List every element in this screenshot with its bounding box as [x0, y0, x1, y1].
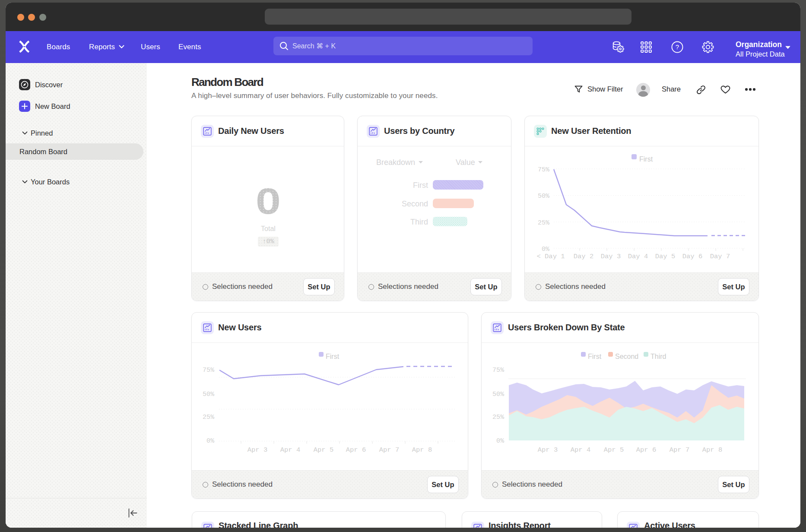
svg-text:Apr 7: Apr 7	[670, 446, 690, 454]
svg-text:Second: Second	[615, 353, 638, 360]
svg-text:Apr 4: Apr 4	[280, 446, 301, 454]
svg-text:75%: 75%	[203, 367, 215, 374]
svg-text:75%: 75%	[492, 367, 505, 374]
svg-text:Apr 6: Apr 6	[636, 446, 657, 454]
svg-text:Third: Third	[651, 353, 666, 360]
svg-text:Day 3: Day 3	[601, 253, 621, 260]
svg-text:Apr 4: Apr 4	[571, 446, 591, 454]
svg-text:Day 6: Day 6	[682, 253, 703, 260]
svg-text:25%: 25%	[492, 414, 505, 421]
svg-text:50%: 50%	[538, 193, 550, 200]
svg-text:Apr 8: Apr 8	[412, 446, 432, 454]
svg-text:Apr 5: Apr 5	[604, 446, 624, 454]
svg-text:First: First	[326, 353, 340, 360]
svg-text:First: First	[639, 155, 653, 163]
svg-text:Apr 5: Apr 5	[314, 446, 334, 454]
svg-text:Day 4: Day 4	[628, 253, 648, 260]
svg-text:50%: 50%	[492, 391, 505, 398]
svg-text:0%: 0%	[496, 437, 505, 445]
svg-text:< Day 1: < Day 1	[536, 253, 565, 260]
svg-text:Day 5: Day 5	[655, 253, 676, 260]
svg-text:Apr 8: Apr 8	[702, 446, 723, 454]
svg-text:0%: 0%	[206, 437, 215, 445]
svg-text:25%: 25%	[538, 219, 550, 227]
svg-text:0%: 0%	[542, 246, 550, 253]
svg-text:75%: 75%	[538, 166, 550, 174]
svg-text:Apr 3: Apr 3	[248, 446, 268, 454]
svg-text:Apr 7: Apr 7	[379, 446, 400, 454]
svg-text:?: ?	[676, 43, 679, 51]
svg-text:Apr 6: Apr 6	[346, 446, 366, 454]
svg-text:First: First	[588, 353, 602, 360]
svg-text:25%: 25%	[203, 414, 215, 421]
svg-text:50%: 50%	[203, 391, 215, 398]
svg-text:Apr 3: Apr 3	[538, 446, 558, 454]
svg-text:Day 7: Day 7	[710, 253, 730, 260]
svg-text:Day 2: Day 2	[574, 253, 594, 260]
